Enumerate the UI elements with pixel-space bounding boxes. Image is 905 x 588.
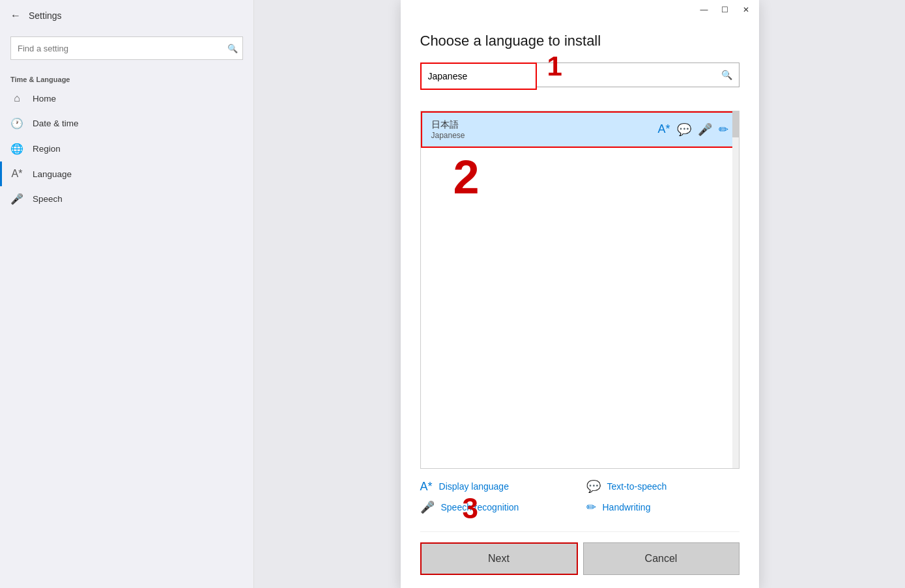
sidebar-item-language[interactable]: A* Language	[0, 161, 253, 186]
sidebar-item-region[interactable]: 🌐 Region	[0, 136, 253, 161]
feature-handwriting: ✏ Handwriting	[586, 500, 740, 514]
feature-display-language: A* Display language	[420, 479, 573, 494]
sidebar: ← Settings 🔍 Time & Language ⌂ Home 🕐 Da…	[0, 0, 254, 588]
language-search-box	[420, 63, 537, 90]
language-native-name: 日本語	[431, 119, 658, 131]
date-time-icon: 🕐	[10, 117, 23, 130]
home-icon: ⌂	[10, 92, 23, 104]
step3-annotation: 3	[463, 492, 478, 525]
modal-title: Choose a language to install	[420, 33, 740, 49]
sidebar-item-home-label: Home	[33, 94, 56, 104]
handwriting-icon: ✏	[719, 122, 728, 137]
cancel-button[interactable]: Cancel	[583, 542, 740, 575]
feature-speech-recognition: 🎤 Speech recognition 3	[420, 500, 573, 514]
display-language-label: Display language	[439, 481, 509, 492]
modal-title-bar: — ☐ ✕	[401, 0, 759, 20]
language-list-item-japanese[interactable]: 日本語 Japanese A* 💬 🎤 ✏	[421, 111, 739, 148]
sidebar-item-speech[interactable]: 🎤 Speech	[0, 186, 253, 212]
maximize-button[interactable]: ☐	[720, 5, 730, 14]
speech-icon: 🎤	[10, 193, 23, 205]
features-section: A* Display language 💬 Text-to-speech 🎤 S…	[420, 469, 740, 531]
region-icon: 🌐	[10, 143, 23, 155]
speech-recognition-label: Speech recognition	[441, 502, 519, 512]
modal-body: Choose a language to install 🔍 1	[401, 20, 759, 588]
modal-dialog: — ☐ ✕ Choose a language to install 🔍	[401, 0, 759, 588]
sidebar-search-input[interactable]	[10, 36, 243, 60]
language-list: 日本語 Japanese A* 💬 🎤 ✏	[420, 111, 740, 469]
sidebar-item-date-time[interactable]: 🕐 Date & time	[0, 111, 253, 136]
sidebar-search-container: 🔍	[10, 36, 243, 60]
language-list-empty: 2	[421, 148, 739, 376]
modal-overlay: — ☐ ✕ Choose a language to install 🔍	[254, 0, 905, 588]
mic-icon: 🎤	[698, 122, 712, 137]
text-to-speech-icon: 💬	[586, 479, 601, 494]
handwriting-feature-icon: ✏	[586, 500, 596, 514]
features-grid: A* Display language 💬 Text-to-speech 🎤 S…	[420, 479, 740, 514]
sidebar-item-region-label: Region	[33, 144, 61, 154]
search-icon: 🔍	[721, 70, 732, 80]
sidebar-item-speech-label: Speech	[33, 194, 63, 204]
sidebar-header: ← Settings	[0, 0, 253, 31]
sidebar-title: Settings	[29, 10, 62, 21]
language-search-row: 🔍	[420, 63, 740, 90]
text-to-speech-label: Text-to-speech	[607, 481, 667, 492]
display-lang-icon: A*	[657, 122, 670, 137]
minimize-button[interactable]: —	[699, 5, 710, 14]
display-language-icon: A*	[420, 480, 433, 494]
language-icon: A*	[10, 168, 23, 180]
feature-text-to-speech: 💬 Text-to-speech	[586, 479, 740, 494]
language-search-input[interactable]	[422, 64, 536, 89]
handwriting-label: Handwriting	[603, 502, 651, 512]
language-feature-icons: A* 💬 🎤 ✏	[657, 122, 728, 137]
back-button[interactable]: ←	[10, 10, 21, 21]
sidebar-section-label: Time & Language	[0, 70, 253, 86]
language-english-name: Japanese	[431, 131, 658, 140]
sidebar-item-home[interactable]: ⌂ Home	[0, 86, 253, 111]
close-button[interactable]: ✕	[741, 5, 751, 14]
sidebar-item-language-label: Language	[33, 169, 72, 179]
main-content: — ☐ ✕ Choose a language to install 🔍	[254, 0, 905, 588]
button-row: Next Cancel	[420, 531, 740, 575]
next-button[interactable]: Next	[420, 542, 578, 575]
tts-icon: 💬	[677, 122, 691, 137]
speech-recognition-icon: 🎤	[420, 500, 435, 514]
sidebar-search-icon: 🔍	[227, 44, 238, 53]
step2-annotation: 2	[453, 150, 480, 204]
language-info: 日本語 Japanese	[431, 119, 658, 140]
search-box-right: 🔍	[537, 63, 740, 87]
sidebar-item-date-time-label: Date & time	[33, 119, 79, 128]
step1-annotation: 1	[547, 51, 562, 82]
